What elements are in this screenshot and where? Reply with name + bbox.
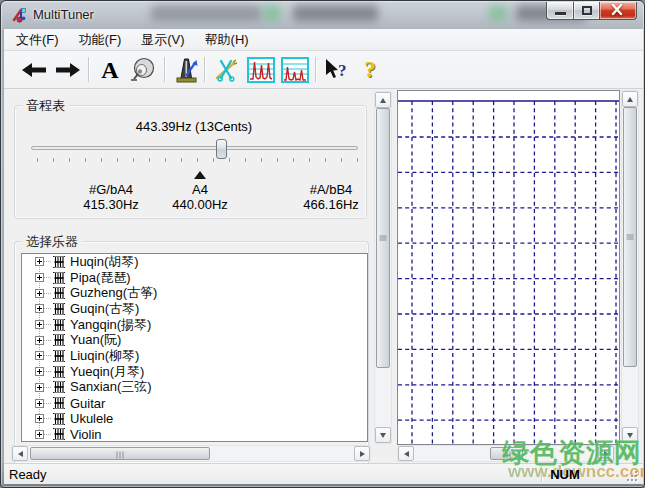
expand-plus-icon[interactable] [35,273,44,282]
expand-plus-icon[interactable] [35,430,44,439]
slider-tick [197,158,198,162]
instrument-label: Ukulele [70,411,113,426]
status-message: Ready [9,467,47,482]
status-bar: Ready NUM [4,463,643,484]
tree-item[interactable]: Huqin(胡琴) [22,254,367,270]
pitch-group-title: 音程表 [22,97,69,115]
tree-item[interactable]: Ukulele [22,411,367,427]
tree-dots [44,418,51,419]
spectrum-narrow-icon [281,57,309,83]
scroll-right-button[interactable] [354,446,370,461]
instrument-lyre-icon [52,318,66,332]
expand-plus-icon[interactable] [35,414,44,423]
expand-plus-icon[interactable] [35,399,44,408]
instrument-lyre-icon [52,427,66,441]
pitch-slider-thumb[interactable] [216,139,227,159]
scroll-left-button[interactable] [12,446,28,461]
left-pane-vscrollbar[interactable] [374,91,392,444]
arrow-down-icon [380,433,386,438]
scroll-up-button[interactable] [375,92,391,108]
maximize-button[interactable] [573,2,600,20]
note-name: #A/bB4 [281,182,381,197]
expand-plus-icon[interactable] [35,351,44,360]
thumb-grip [116,446,125,461]
slider-tick [213,158,214,162]
slider-tick [341,158,342,162]
menu-items: 文件(F)功能(F)显示(V)帮助(H) [4,29,257,51]
left-pane-hscrollbar[interactable] [11,445,371,462]
help-icon: ? [364,58,376,81]
menu-item[interactable]: 文件(F) [8,29,67,51]
scroll-up-button[interactable] [622,91,638,107]
grid-vscrollbar[interactable] [621,90,639,444]
tree-item[interactable]: Sanxian(三弦) [22,380,367,396]
expand-plus-icon[interactable] [35,257,44,266]
arrow-right-icon [360,451,365,457]
sound-button[interactable] [126,55,158,84]
tree-item[interactable]: Guqin(古琴) [22,301,367,317]
pitch-slider-track[interactable] [31,146,358,150]
instrument-tree[interactable]: Huqin(胡琴) Pipa(琵琶) [21,253,368,442]
tree-item[interactable]: Yangqin(揚琴) [22,317,367,333]
slider-tick [149,158,150,162]
arrow-left-icon [404,451,409,457]
scroll-thumb[interactable] [30,447,210,460]
minimize-button[interactable] [546,2,573,20]
instrument-label: Sanxian(三弦) [70,378,152,396]
scroll-left-button[interactable] [398,446,414,461]
tree-item[interactable]: Liuqin(柳琴) [22,348,367,364]
forward-button[interactable] [53,55,81,84]
spectrum-wide-button[interactable] [245,55,277,84]
instrument-lyre-icon [52,255,66,269]
tree-item[interactable]: Guitar [22,395,367,411]
slider-tick [245,158,246,162]
scroll-thumb[interactable] [376,108,390,368]
tree-dots [44,387,51,388]
thumb-grip [380,235,387,242]
scroll-track[interactable] [622,107,638,427]
freq-label-center: A4 440.00Hz [150,182,250,212]
back-button[interactable] [21,55,49,84]
instrument-lyre-icon [52,302,66,316]
speaker-icon [128,57,156,83]
arrow-up-icon [380,98,386,103]
help-button[interactable]: ? [356,55,384,84]
tree-dots [44,293,51,294]
tree-item[interactable]: Violin [22,427,367,442]
tree-dots [44,261,51,262]
note-a-button[interactable]: A [96,55,124,84]
tree-item[interactable]: Pipa(琵琶) [22,270,367,286]
tree-item[interactable]: Yueqin(月琴) [22,364,367,380]
note-freq: 466.16Hz [281,197,381,212]
metronome-button[interactable] [170,55,202,84]
expand-plus-icon[interactable] [35,320,44,329]
scroll-thumb[interactable] [623,107,637,367]
resize-grip[interactable] [624,468,637,481]
title-bar[interactable]: MultiTuner [1,1,644,29]
waveform-grid-panel[interactable] [397,90,620,445]
instrument-lyre-icon [52,349,66,363]
close-button[interactable] [600,2,637,20]
tree-item[interactable]: Yuan(阮) [22,332,367,348]
scroll-track[interactable] [28,446,354,461]
slider-tick [261,158,262,162]
menu-item[interactable]: 功能(F) [71,29,130,51]
slider-tick [165,158,166,162]
expand-plus-icon[interactable] [35,336,44,345]
spectrum-narrow-button[interactable] [279,55,311,84]
menu-item[interactable]: 显示(V) [133,29,192,51]
scroll-track[interactable] [375,108,391,427]
freq-label-right: #A/bB4 466.16Hz [281,182,381,212]
menu-item[interactable]: 帮助(H) [197,29,257,51]
app-window: MultiTuner 文件(F)功能(F)显示(V)帮助(H) A [0,0,645,488]
tree-item[interactable]: Guzheng(古筝) [22,285,367,301]
expand-plus-icon[interactable] [35,383,44,392]
tuning-tools-button[interactable] [212,55,240,84]
background-blur-blob [293,5,378,21]
scroll-down-button[interactable] [375,427,391,443]
expand-plus-icon[interactable] [35,367,44,376]
context-help-button[interactable]: ? [321,55,351,84]
expand-plus-icon[interactable] [35,289,44,298]
context-help-icon: ? [323,58,349,82]
expand-plus-icon[interactable] [35,304,44,313]
